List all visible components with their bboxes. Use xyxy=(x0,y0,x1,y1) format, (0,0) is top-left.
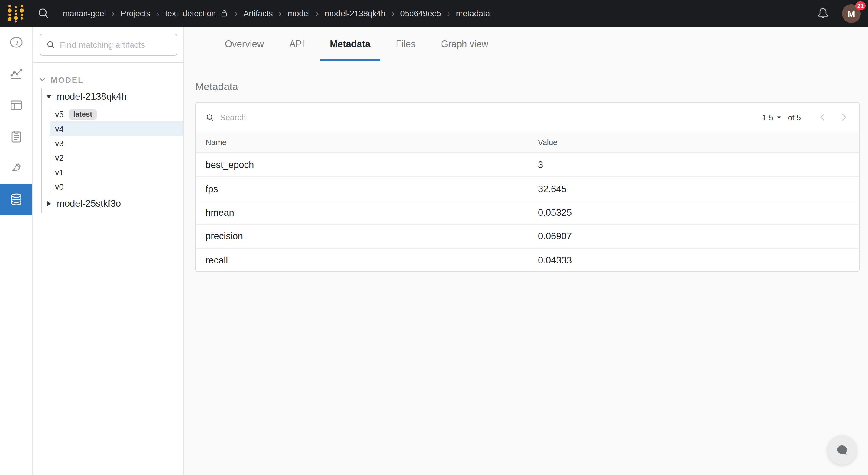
search-icon xyxy=(206,113,215,122)
version-row-v3[interactable]: v3 xyxy=(50,136,183,151)
cell-name: recall xyxy=(206,255,538,266)
cell-name: best_epoch xyxy=(206,159,538,170)
tab-bar: Overview API Metadata Files Graph view xyxy=(184,27,868,62)
line-chart-icon xyxy=(9,66,23,81)
rail-item-charts[interactable] xyxy=(0,58,32,89)
info-icon: i xyxy=(9,35,23,50)
tab-overview[interactable]: Overview xyxy=(215,27,274,62)
tab-graph-view[interactable]: Graph view xyxy=(431,27,498,62)
cell-name: fps xyxy=(206,183,538,194)
section-label: MODEL xyxy=(51,75,84,84)
version-label: v5 xyxy=(55,110,64,119)
breadcrumb-item-artifacts[interactable]: Artifacts xyxy=(243,9,273,18)
breadcrumb: manan-goel › Projects › text_detection ›… xyxy=(63,9,490,18)
avatar-initial: M xyxy=(848,8,855,19)
cell-name: hmean xyxy=(206,207,538,218)
tree-artifact-model-25stkf3o[interactable]: model-25stkf3o xyxy=(33,197,183,210)
artifact-tree: MODEL model-2138qk4h v5 latest v4 v3 v2 xyxy=(33,63,183,475)
rail-item-sweeps[interactable] xyxy=(0,152,32,184)
tab-metadata[interactable]: Metadata xyxy=(320,27,380,62)
table-row: best_epoch 3 xyxy=(196,153,859,177)
nav-rail: i xyxy=(0,27,33,475)
chat-bubble-icon xyxy=(834,443,849,457)
svg-text:i: i xyxy=(15,38,18,47)
table-header-row: Name Value xyxy=(196,132,859,153)
table-row: fps 32.645 xyxy=(196,177,859,201)
cell-value: 0.06907 xyxy=(538,231,849,242)
version-row-v0[interactable]: v0 xyxy=(50,180,183,194)
breadcrumb-label: manan-goel xyxy=(63,9,106,18)
page-title: Metadata xyxy=(195,81,238,93)
tab-files[interactable]: Files xyxy=(386,27,425,62)
breadcrumb-label: metadata xyxy=(456,9,490,18)
rail-item-reports[interactable] xyxy=(0,121,32,152)
breadcrumb-item-user[interactable]: manan-goel xyxy=(63,9,106,18)
cell-name: precision xyxy=(206,231,538,242)
artifact-sidebar: MODEL model-2138qk4h v5 latest v4 v3 v2 xyxy=(33,27,184,475)
breadcrumb-item-artifact-type[interactable]: model xyxy=(288,9,310,18)
rail-item-artifacts[interactable] xyxy=(0,184,32,215)
clipboard-icon xyxy=(9,129,23,144)
tab-label: Graph view xyxy=(441,39,488,50)
breadcrumb-separator: › xyxy=(447,9,450,18)
page-range-dropdown[interactable]: 1-5 xyxy=(762,113,782,122)
breadcrumb-item-version-hash[interactable]: 05d649ee5 xyxy=(400,9,441,18)
breadcrumb-separator: › xyxy=(316,9,318,18)
version-row-v2[interactable]: v2 xyxy=(50,151,183,165)
breadcrumb-item-projects[interactable]: Projects xyxy=(121,9,151,18)
tab-label: API xyxy=(289,39,304,50)
database-icon xyxy=(9,192,23,207)
tab-label: Metadata xyxy=(330,39,370,50)
rail-item-tables[interactable] xyxy=(0,89,32,121)
chevron-right-icon[interactable] xyxy=(838,112,849,123)
version-list: v5 latest v4 v3 v2 v1 v0 xyxy=(33,107,183,194)
breadcrumb-separator: › xyxy=(235,9,237,18)
page-range-value: 1-5 xyxy=(762,113,773,122)
artifact-name: model-25stkf3o xyxy=(57,198,121,209)
chevron-left-icon[interactable] xyxy=(817,112,828,123)
avatar[interactable]: M 21 xyxy=(842,4,861,23)
wandb-logo-icon[interactable] xyxy=(7,3,24,24)
broom-icon xyxy=(9,161,23,175)
column-header-name: Name xyxy=(206,138,538,147)
version-row-v5[interactable]: v5 latest xyxy=(50,107,183,122)
table-panel-icon xyxy=(9,98,23,113)
chevron-down-icon xyxy=(39,76,46,84)
metadata-panel: Metadata 1-5 of 5 xyxy=(184,63,868,475)
table-search-input[interactable] xyxy=(220,113,762,122)
cell-value: 0.05325 xyxy=(538,207,849,218)
tab-api[interactable]: API xyxy=(280,27,314,62)
lock-open-icon xyxy=(220,9,228,18)
breadcrumb-label: 05d649ee5 xyxy=(400,9,441,18)
latest-badge: latest xyxy=(69,109,97,119)
caret-right-icon xyxy=(46,201,52,207)
breadcrumb-item-artifact-name[interactable]: model-2138qk4h xyxy=(324,9,385,18)
version-row-v4[interactable]: v4 xyxy=(50,122,183,136)
cell-value: 0.04333 xyxy=(538,255,849,266)
help-chat-button[interactable] xyxy=(828,436,857,465)
table-toolbar: 1-5 of 5 xyxy=(196,103,859,132)
tree-artifact-model-2138qk4h[interactable]: model-2138qk4h xyxy=(33,90,183,103)
bell-icon[interactable] xyxy=(816,6,830,20)
tab-label: Files xyxy=(396,39,415,50)
breadcrumb-item-project[interactable]: text_detection xyxy=(165,9,228,18)
breadcrumb-item-metadata[interactable]: metadata xyxy=(456,9,490,18)
page-total: of 5 xyxy=(788,113,801,122)
table-row: hmean 0.05325 xyxy=(196,201,859,224)
version-row-v1[interactable]: v1 xyxy=(50,165,183,180)
breadcrumb-separator: › xyxy=(156,9,159,18)
table-row: precision 0.06907 xyxy=(196,224,859,248)
artifact-name: model-2138qk4h xyxy=(57,91,127,102)
column-header-value: Value xyxy=(538,138,849,147)
version-label: v4 xyxy=(55,124,64,133)
pagination: 1-5 of 5 xyxy=(762,112,849,123)
version-label: v1 xyxy=(55,168,64,177)
search-icon[interactable] xyxy=(37,7,50,20)
rail-item-info[interactable]: i xyxy=(0,27,32,58)
tree-section-model[interactable]: MODEL xyxy=(39,74,84,86)
topbar: manan-goel › Projects › text_detection ›… xyxy=(0,0,868,27)
artifact-search-box[interactable] xyxy=(40,34,177,56)
breadcrumb-separator: › xyxy=(112,9,115,18)
breadcrumb-separator: › xyxy=(279,9,282,18)
artifact-search-input[interactable] xyxy=(60,40,171,50)
